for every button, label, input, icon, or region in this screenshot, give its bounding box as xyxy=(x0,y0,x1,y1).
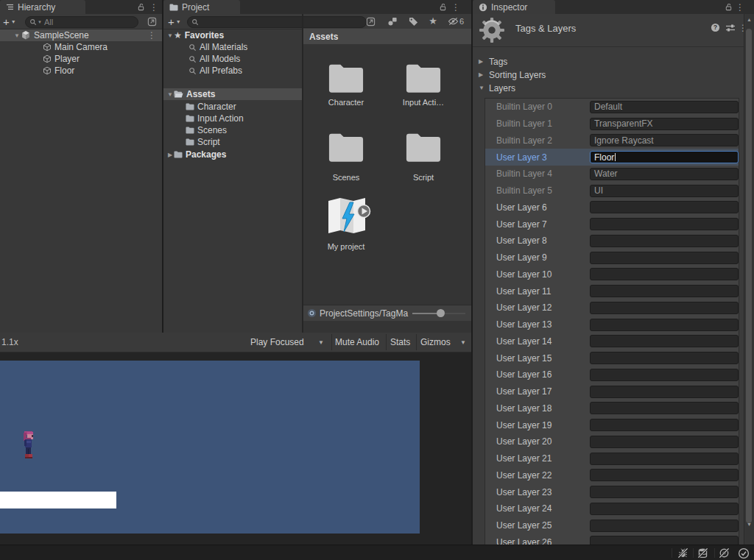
inspector-title: Tags & Layers xyxy=(515,23,576,34)
foldout-open-icon[interactable]: ▼ xyxy=(13,32,21,39)
layer-name-field[interactable] xyxy=(590,268,739,280)
scroll-up-icon[interactable]: ▲ xyxy=(744,17,754,22)
layer-name-field[interactable] xyxy=(590,201,739,213)
layer-name-field[interactable] xyxy=(590,436,739,448)
foldout-closed-icon[interactable]: ▶ xyxy=(166,152,174,158)
tree-item-all-models[interactable]: All Models xyxy=(163,53,302,65)
layer-name-field[interactable]: UI xyxy=(590,185,739,197)
layer-name-field[interactable] xyxy=(590,335,739,347)
tree-item-scenes[interactable]: Scenes xyxy=(163,124,302,136)
layer-name-field[interactable] xyxy=(590,520,739,532)
text-caret xyxy=(615,153,616,161)
gizmos-dropdown[interactable]: Gizmos ▼ xyxy=(420,333,469,352)
layer-name-field[interactable]: Default xyxy=(590,101,739,113)
tree-item-script[interactable]: Script xyxy=(163,136,302,148)
asset-tile-label: My project xyxy=(313,242,379,251)
scroll-down-icon[interactable]: ▼ xyxy=(744,522,754,527)
hierarchy-item-main-camera[interactable]: Main Camera xyxy=(0,41,162,53)
help-icon[interactable]: ? xyxy=(710,22,721,33)
layer-name-field[interactable] xyxy=(590,352,739,364)
hierarchy-search-input[interactable]: ▼ All xyxy=(25,16,138,28)
cache-server-disabled-icon[interactable] xyxy=(697,547,709,559)
filter-by-label-icon[interactable] xyxy=(406,16,420,26)
foldout-open-icon[interactable]: ▼ xyxy=(166,32,174,39)
lock-icon[interactable] xyxy=(135,1,146,13)
layer-name-field[interactable] xyxy=(590,252,739,264)
hidden-count: 6 xyxy=(459,17,464,26)
layer-name-field[interactable] xyxy=(590,503,739,515)
layer-label: User Layer 24 xyxy=(496,503,590,514)
foldout-sorting-layers[interactable]: ▶ Sorting Layers xyxy=(473,68,744,81)
presets-icon[interactable] xyxy=(725,22,736,33)
layer-name-field[interactable] xyxy=(590,369,739,381)
hierarchy-item-player[interactable]: Player xyxy=(0,53,162,65)
kebab-menu-icon[interactable]: ⋮ xyxy=(735,1,745,13)
tree-item-packages[interactable]: ▶ Packages xyxy=(163,149,302,160)
hierarchy-item-samplescene[interactable]: ▼ SampleScene ⋮ xyxy=(0,29,162,41)
layer-name-field[interactable] xyxy=(590,486,739,498)
layer-name-field[interactable] xyxy=(590,419,739,431)
layer-name-field[interactable] xyxy=(590,453,739,465)
stats-button[interactable]: Stats xyxy=(390,333,410,352)
tab-hierarchy[interactable]: Hierarchy xyxy=(0,0,85,14)
bug-reporter-disabled-icon[interactable] xyxy=(677,547,689,559)
lock-icon[interactable] xyxy=(723,1,733,13)
tree-item-label: All Prefabs xyxy=(200,65,242,76)
foldout-layers[interactable]: ▼ Layers xyxy=(473,82,744,94)
progress-idle-check-icon[interactable] xyxy=(737,547,750,559)
folder-icon xyxy=(405,62,442,93)
layer-name-field[interactable] xyxy=(590,386,739,398)
open-search-window-button[interactable] xyxy=(364,16,376,26)
layer-name-field[interactable]: Floor xyxy=(590,151,739,163)
layer-name-field[interactable] xyxy=(590,302,739,314)
floor-platform xyxy=(0,492,116,508)
lock-icon[interactable] xyxy=(437,1,448,13)
player-sprite xyxy=(22,431,35,461)
game-viewport xyxy=(0,352,471,545)
tree-item-character[interactable]: Character xyxy=(163,101,302,113)
play-focused-dropdown[interactable]: Play Focused ▼ xyxy=(247,333,330,352)
layer-name-field[interactable] xyxy=(590,469,739,481)
open-folder-icon xyxy=(174,91,183,98)
foldout-open-icon[interactable]: ▼ xyxy=(166,91,174,98)
layer-name-field[interactable] xyxy=(590,319,739,331)
favorites-star-icon[interactable]: ★ xyxy=(426,15,440,27)
tab-inspector[interactable]: Inspector xyxy=(473,0,555,14)
open-search-window-button[interactable] xyxy=(146,16,158,26)
layer-name-field[interactable] xyxy=(590,285,739,297)
create-asset-button[interactable]: +▼ xyxy=(168,14,181,29)
project-tabstrip: Project ⋮ xyxy=(163,0,471,14)
kebab-menu-icon[interactable]: ⋮ xyxy=(149,1,159,13)
filter-by-type-icon[interactable] xyxy=(386,16,399,26)
layer-name-field[interactable] xyxy=(590,536,739,545)
hidden-packages-toggle[interactable]: 6 xyxy=(444,16,468,26)
tree-item-input-action[interactable]: Input Action xyxy=(163,113,302,124)
toolbar-separator xyxy=(331,334,332,350)
layer-name-field[interactable] xyxy=(590,218,739,230)
hierarchy-icon xyxy=(6,3,14,11)
hierarchy-item-label: SampleScene xyxy=(34,30,89,40)
kebab-menu-icon[interactable]: ⋮ xyxy=(451,1,461,13)
inspector-scrollbar[interactable]: ▲ ▼ xyxy=(744,14,754,545)
layer-name-field[interactable]: Ignore Raycast xyxy=(590,134,739,146)
tree-item-assets[interactable]: ▼ Assets xyxy=(163,88,302,100)
layer-name-field[interactable] xyxy=(590,235,739,247)
kebab-menu-icon[interactable]: ⋮ xyxy=(147,31,156,40)
scrollbar-thumb[interactable] xyxy=(746,29,752,523)
layer-name-field[interactable]: TransparentFX xyxy=(590,118,739,130)
layer-row: User Layer 20 xyxy=(485,433,739,450)
foldout-tags[interactable]: ▶ Tags xyxy=(473,55,744,68)
tab-project[interactable]: Project xyxy=(163,0,240,14)
create-object-button[interactable]: +▼ xyxy=(3,14,16,29)
layer-value: UI xyxy=(594,185,603,196)
tree-item-all-prefabs[interactable]: All Prefabs xyxy=(163,65,302,77)
cloud-services-disabled-icon[interactable] xyxy=(718,547,730,559)
layer-name-field[interactable]: Water xyxy=(590,168,739,180)
tree-item-all-materials[interactable]: All Materials xyxy=(163,41,302,53)
layer-name-field[interactable] xyxy=(590,402,739,414)
tree-item-favorites[interactable]: ▼ ★ Favorites xyxy=(163,29,302,41)
mute-audio-button[interactable]: Mute Audio xyxy=(335,333,379,352)
project-search-input[interactable] xyxy=(187,16,367,28)
hierarchy-item-floor[interactable]: Floor xyxy=(0,65,162,77)
zoom-slider-thumb[interactable] xyxy=(437,309,445,317)
